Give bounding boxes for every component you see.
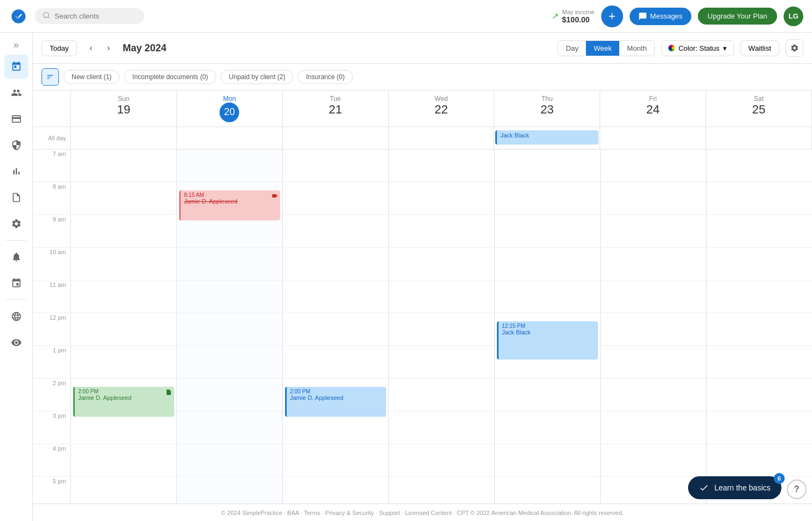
cell-sat-2 bbox=[707, 379, 812, 411]
color-button[interactable]: Color: Status ▾ bbox=[661, 40, 733, 56]
sidebar-item-eye[interactable] bbox=[4, 331, 28, 355]
next-button[interactable]: › bbox=[101, 40, 116, 56]
sidebar-item-clients[interactable] bbox=[4, 81, 28, 105]
view-week-button[interactable]: Week bbox=[586, 41, 619, 56]
time-slot-7am: 7 am bbox=[33, 149, 70, 182]
cell-wed-5 bbox=[389, 477, 494, 504]
learn-basics-label: Learn the basics bbox=[714, 483, 770, 492]
help-button[interactable]: ? bbox=[787, 480, 807, 499]
day-col-sun[interactable]: 2:00 PM Jamie D. Appleseed bbox=[71, 149, 177, 504]
add-button[interactable]: + bbox=[601, 5, 623, 27]
cell-tue-9 bbox=[283, 215, 388, 248]
sidebar-item-settings[interactable] bbox=[4, 212, 28, 236]
cell-mon-3 bbox=[177, 411, 282, 444]
messages-button[interactable]: Messages bbox=[630, 8, 691, 25]
filter-new-client[interactable]: New client (1) bbox=[63, 70, 120, 84]
sidebar-expand-button[interactable]: » bbox=[9, 37, 24, 52]
cell-sat-11 bbox=[707, 280, 812, 313]
topbar: ↗ May income $100.00 + Messages Upgrade … bbox=[0, 0, 812, 33]
income-area: ↗ May income $100.00 bbox=[552, 9, 594, 24]
sidebar-item-appointments[interactable] bbox=[4, 271, 28, 295]
cell-wed-12 bbox=[389, 313, 494, 346]
today-button[interactable]: Today bbox=[42, 40, 77, 56]
day-col-sat[interactable] bbox=[707, 149, 812, 504]
search-input[interactable] bbox=[55, 12, 131, 20]
view-month-button[interactable]: Month bbox=[619, 41, 654, 56]
time-slot-9am: 9 am bbox=[33, 215, 70, 248]
sidebar-item-analytics[interactable] bbox=[4, 159, 28, 183]
day-col-wed[interactable] bbox=[389, 149, 495, 504]
cell-sun-12 bbox=[71, 313, 176, 346]
cell-thu-10 bbox=[495, 248, 600, 280]
learn-basics-button[interactable]: Learn the basics 6 bbox=[688, 476, 781, 499]
upgrade-button[interactable]: Upgrade Your Plan bbox=[698, 8, 777, 25]
cell-mon-4 bbox=[177, 444, 282, 477]
calendar-body: 7 am 8 am 9 am 10 am 11 am 12 pm 1 pm 2 … bbox=[33, 149, 812, 504]
cell-tue-8 bbox=[283, 182, 388, 215]
time-slot-4pm: 4 pm bbox=[33, 444, 70, 477]
cell-wed-4 bbox=[389, 444, 494, 477]
waitlist-button[interactable]: Waitlist bbox=[740, 40, 779, 56]
day-col-thu[interactable]: 12:15 PM Jack Black bbox=[495, 149, 601, 504]
sidebar: » bbox=[0, 33, 33, 521]
cell-tue-1 bbox=[283, 346, 388, 379]
cell-fri-8 bbox=[601, 182, 706, 215]
cell-mon-12 bbox=[177, 313, 282, 346]
sidebar-item-billing[interactable] bbox=[4, 107, 28, 131]
event-jamie-sun-2pm[interactable]: 2:00 PM Jamie D. Appleseed bbox=[73, 387, 174, 417]
calendar-grid: Sun 19 Mon 20 Tue 21 Wed 22 Thu 23 bbox=[33, 91, 812, 504]
calendar-settings-button[interactable] bbox=[786, 39, 803, 57]
search-box[interactable] bbox=[35, 8, 144, 24]
prev-button[interactable]: ‹ bbox=[84, 40, 99, 56]
income-label: May income bbox=[562, 9, 594, 15]
cell-sun-8 bbox=[71, 182, 176, 215]
sidebar-item-calendar[interactable] bbox=[4, 55, 28, 79]
filter-unpaid-client[interactable]: Unpaid by client (2) bbox=[221, 70, 293, 84]
time-slot-11am: 11 am bbox=[33, 280, 70, 313]
avatar[interactable]: LG bbox=[784, 7, 803, 26]
cell-tue-5 bbox=[283, 477, 388, 504]
app-logo bbox=[9, 7, 28, 26]
cell-wed-9 bbox=[389, 215, 494, 248]
income-trend-icon: ↗ bbox=[552, 11, 559, 21]
cell-tue-12 bbox=[283, 313, 388, 346]
allday-row: All day Jack Black bbox=[33, 127, 812, 149]
cell-tue-4 bbox=[283, 444, 388, 477]
sidebar-item-globe[interactable] bbox=[4, 304, 28, 328]
cell-fri-10 bbox=[601, 248, 706, 280]
day-col-tue[interactable]: 2:00 PM Jamie D. Appleseed bbox=[283, 149, 389, 504]
cell-wed-2 bbox=[389, 379, 494, 411]
cell-mon-5 bbox=[177, 477, 282, 504]
cell-thu-8 bbox=[495, 182, 600, 215]
day-header-tue: Tue 21 bbox=[283, 91, 389, 127]
filter-insurance[interactable]: Insurance (0) bbox=[298, 70, 353, 84]
sidebar-item-security[interactable] bbox=[4, 133, 28, 157]
day-col-fri[interactable] bbox=[601, 149, 707, 504]
color-dot bbox=[668, 45, 675, 51]
cell-sat-3 bbox=[707, 411, 812, 444]
day-col-mon[interactable]: 8:15 AM Jamie D. Appleseed bbox=[177, 149, 283, 504]
event-jack-allday[interactable]: Jack Black bbox=[495, 130, 598, 145]
filter-incomplete-docs[interactable]: Incomplete documents (0) bbox=[124, 70, 216, 84]
cell-tue-7 bbox=[283, 149, 388, 182]
cell-sat-7 bbox=[707, 149, 812, 182]
cell-fri-4 bbox=[601, 444, 706, 477]
messages-label: Messages bbox=[650, 12, 683, 20]
cell-fri-11 bbox=[601, 280, 706, 313]
day-header-wed: Wed 22 bbox=[389, 91, 495, 127]
cell-sun-11 bbox=[71, 280, 176, 313]
cell-mon-7 bbox=[177, 149, 282, 182]
time-slot-3pm: 3 pm bbox=[33, 411, 70, 444]
allday-col-thu[interactable]: Jack Black bbox=[494, 127, 600, 149]
cell-thu-5 bbox=[495, 477, 600, 504]
event-jamie-mon-815[interactable]: 8:15 AM Jamie D. Appleseed bbox=[179, 190, 280, 220]
event-jack-thu-1215[interactable]: 12:15 PM Jack Black bbox=[497, 321, 598, 360]
sidebar-item-documents[interactable] bbox=[4, 185, 28, 209]
filter-icon-button[interactable] bbox=[42, 68, 59, 86]
sidebar-item-notifications[interactable] bbox=[4, 245, 28, 269]
event-jamie-tue-2pm[interactable]: 2:00 PM Jamie D. Appleseed bbox=[285, 387, 386, 417]
view-day-button[interactable]: Day bbox=[558, 41, 586, 56]
days-header: Sun 19 Mon 20 Tue 21 Wed 22 Thu 23 bbox=[33, 91, 812, 127]
allday-col-wed bbox=[389, 127, 495, 149]
cell-thu-7 bbox=[495, 149, 600, 182]
